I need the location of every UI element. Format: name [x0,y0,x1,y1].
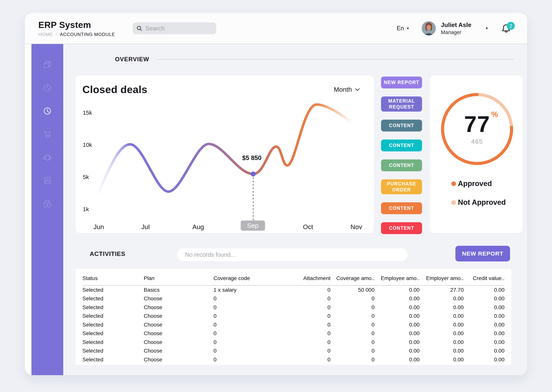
table-cell: 0 [213,357,298,363]
table-cell: Selected [82,322,144,328]
table-cell: 0 [213,322,298,328]
search-icon [137,25,142,31]
legend-label: Approved [458,180,492,188]
y-tick-5k: 5k [83,174,89,180]
table-cell: 0.00 [375,287,420,293]
user-menu-chevron-icon[interactable]: ▼ [485,27,488,30]
percent-sign: % [491,111,499,118]
table-row[interactable]: SelectedChoose0000.000.000.00 [82,347,504,356]
language-selector[interactable]: En ▼ [397,25,410,32]
approval-percentage: 77 % [464,113,490,135]
table-cell: Choose [144,313,213,319]
user-name: Juliet Asle [441,21,471,28]
table-cell: 0.00 [375,357,420,363]
table-cell: 0.00 [375,304,420,310]
action-button-purchase-order[interactable]: PURCHASE ORDER [381,179,422,195]
notification-badge: 2 [507,22,515,30]
line-chart [75,75,374,233]
action-button-content[interactable]: CONTENT [381,222,422,234]
search-input[interactable] [145,25,226,32]
column-header-status: Status [82,275,144,281]
table-cell: 0 [330,304,375,310]
x-label-aug[interactable]: Aug [192,223,204,231]
sidebar-item-folder-add[interactable] [43,199,52,209]
top-bar: ERP System HOME › ACCOUNTING MODULE En [25,13,527,44]
notifications-button[interactable]: 2 [501,23,511,33]
table-cell: 0.00 [464,287,504,293]
table-cell: 0.00 [420,295,464,302]
table-cell: Selected [82,304,144,310]
erp-dashboard: ERP System HOME › ACCOUNTING MODULE En [0,0,552,392]
table-cell: 0.00 [420,304,464,310]
table-row[interactable]: SelectedChoose0000.000.000.00 [82,329,504,338]
selected-point-marker [251,171,256,176]
x-label-nov[interactable]: Nov [350,223,362,231]
activities-search-input[interactable] [177,248,407,261]
search-box[interactable] [133,22,216,34]
table-cell: Selected [82,295,144,302]
table-cell: 0 [298,339,330,345]
table-cell: 0 [213,313,298,319]
table-cell: Selected [82,339,144,345]
breadcrumb-home[interactable]: HOME [38,32,53,37]
action-button-content[interactable]: CONTENT [381,120,422,132]
deals-line [97,105,357,196]
column-header-plan: Plan [144,275,213,281]
table-row[interactable]: SelectedBasics1 x salary050 0000.0027.70… [82,286,504,294]
x-label-oct[interactable]: Oct [303,223,313,231]
sidebar-item-pie-chart[interactable] [43,84,52,93]
pie-chart-icon [43,84,52,93]
table-row[interactable]: SelectedChoose0000.000.000.00 [82,303,504,312]
table-cell: 0 [330,339,375,345]
contacts-icon [43,176,52,186]
x-label-jun[interactable]: Jun [94,223,104,231]
sidebar-item-contacts[interactable] [43,176,52,185]
table-cell: Choose [144,304,213,310]
approval-donut: 77 % 465 [439,91,515,167]
x-label-sep-selected[interactable]: Sep [241,221,265,231]
table-cell: 0.00 [464,295,504,302]
legend-label: Not Approved [458,198,506,207]
sidebar-item-cart[interactable] [43,130,52,139]
table-cell: Choose [144,295,213,302]
table-cell: 0 [330,348,375,354]
avatar[interactable] [422,21,436,35]
sidebar-item-clock[interactable] [43,107,52,116]
clock-icon [43,107,52,116]
headset-icon [43,153,52,162]
action-button-content[interactable]: CONTENT [381,160,422,171]
table-cell: 0.00 [375,295,420,302]
table-cell: Selected [82,330,144,336]
table-cell: Selected [82,313,144,319]
table-cell: 0.00 [464,330,504,336]
action-button-new-report[interactable]: NEW REPORT [381,77,422,88]
table-cell: 0 [330,357,375,363]
table-cell: 27.70 [420,287,464,293]
action-button-content[interactable]: CONTENT [381,202,422,214]
table-cell: 0 [298,304,330,310]
activities-table: StatusPlanCoverage codeAttachmentCoverag… [75,269,511,365]
action-button-content[interactable]: CONTENT [381,140,422,151]
table-cell: 0 [330,313,375,319]
language-label: En [397,25,404,32]
selected-point-tooltip: $5 850 [242,154,262,161]
closed-deals-card: Closed deals Month [75,75,374,233]
body-row: OVERVIEW Closed deals Month [25,44,527,375]
chevron-down-icon: ▼ [406,27,409,30]
sidebar-item-cube[interactable] [43,61,52,70]
new-report-button[interactable]: NEW REPORT [455,246,510,261]
table-row[interactable]: SelectedChoose0000.000.000.00 [82,355,504,364]
column-header-employee-amo: Employee amo.. [375,275,420,281]
legend-item-not-approved: Not Approved [451,198,506,207]
table-cell: 0 [298,313,330,319]
table-row[interactable]: SelectedChoose0000.000.000.00 [82,320,504,329]
table-row[interactable]: SelectedChoose0000.000.000.00 [82,338,504,347]
sidebar-item-headset[interactable] [43,153,52,162]
table-row[interactable]: SelectedChoose0000.000.000.00 [82,312,504,321]
x-label-jul[interactable]: Jul [141,223,150,231]
action-buttons: NEW REPORTMATERIAL REQUESTCONTENTCONTENT… [381,77,422,234]
table-row[interactable]: SelectedChoose0000.000.000.00 [82,294,504,303]
table-cell: 0.00 [420,322,464,328]
action-button-material-request[interactable]: MATERIAL REQUEST [381,97,422,112]
table-cell: 0 [213,295,298,302]
